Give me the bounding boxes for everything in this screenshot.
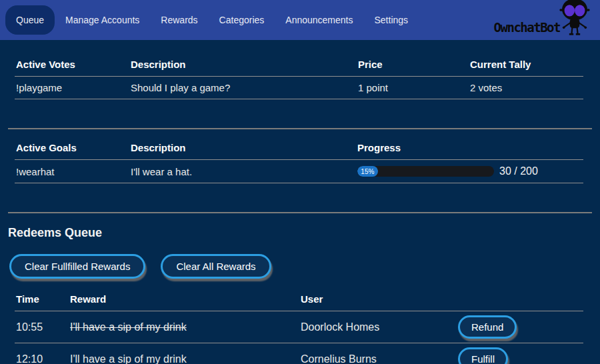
col-header-reward: Reward	[69, 287, 299, 311]
nav-tab-manage-accounts[interactable]: Manage Accounts	[55, 5, 150, 35]
goal-description: I'll wear a hat.	[129, 160, 356, 183]
redeem-time: 10:55	[15, 311, 69, 343]
nav-tab-categories[interactable]: Categories	[209, 5, 275, 35]
clear-all-rewards-button[interactable]: Clear All Rewards	[161, 254, 271, 279]
col-header-active-votes: Active Votes	[15, 53, 129, 77]
top-navbar: Queue Manage Accounts Rewards Categories…	[0, 0, 600, 40]
col-header-active-goals: Active Goals	[15, 136, 129, 160]
nav-tab-rewards[interactable]: Rewards	[150, 5, 208, 35]
active-votes-header-row: Active Votes Description Price Current T…	[15, 53, 583, 77]
redeem-time: 12:10	[15, 343, 69, 364]
active-goals-header-row: Active Goals Description Progress	[15, 136, 583, 160]
redeem-row: 10:55 I'll have a sip of my drink Doorlo…	[15, 311, 583, 343]
fulfill-button[interactable]: Fulfill	[458, 347, 508, 364]
col-header-current-tally: Current Tally	[469, 53, 583, 77]
redeems-header-row: Time Reward User	[15, 287, 583, 311]
redeem-reward: I'll have a sip of my drink	[69, 311, 299, 343]
progress-bar-track: 15%	[357, 166, 494, 177]
active-vote-row: !playgame Should I play a game? 1 point …	[15, 77, 583, 99]
redeem-row: 12:10 I'll have a sip of my drink Cornel…	[15, 343, 583, 364]
redeem-user: Doorlock Homes	[299, 311, 457, 343]
active-votes-table: Active Votes Description Price Current T…	[15, 53, 583, 99]
vote-description: Should I play a game?	[129, 77, 357, 99]
redeems-queue-table: Time Reward User 10:55 I'll have a sip o…	[15, 287, 583, 364]
col-header-price: Price	[357, 53, 469, 77]
goal-command: !wearhat	[15, 160, 129, 183]
active-goal-row: !wearhat I'll wear a hat. 15% 30 / 200	[15, 160, 583, 183]
section-divider	[8, 212, 592, 213]
robot-mascot-icon	[556, 0, 593, 36]
redeem-reward: I'll have a sip of my drink	[69, 343, 299, 364]
nav-tab-announcements[interactable]: Announcements	[275, 5, 363, 35]
app-logo: OwnchatBot	[494, 0, 593, 40]
nav-tab-settings[interactable]: Settings	[363, 5, 419, 35]
vote-price: 1 point	[357, 77, 469, 99]
section-divider	[8, 128, 592, 129]
vote-tally: 2 votes	[469, 77, 583, 99]
logo-wordmark: OwnchatBot	[494, 21, 560, 34]
col-header-time: Time	[15, 287, 69, 311]
col-header-user: User	[299, 287, 457, 311]
goal-progress: 15% 30 / 200	[357, 165, 582, 177]
redeems-queue-title: Redeems Queue	[8, 226, 600, 240]
redeem-user: Cornelius Burns	[299, 343, 457, 364]
redeems-actions: Clear Fullfilled Rewards Clear All Rewar…	[9, 254, 600, 279]
refund-button[interactable]: Refund	[458, 315, 517, 339]
progress-value-text: 30 / 200	[499, 165, 538, 177]
vote-command: !playgame	[15, 77, 129, 99]
clear-fulfilled-rewards-button[interactable]: Clear Fullfilled Rewards	[9, 254, 145, 279]
nav-tab-queue[interactable]: Queue	[5, 5, 55, 35]
col-header-description: Description	[129, 136, 356, 160]
col-header-progress: Progress	[356, 136, 583, 160]
progress-bar-fill: 15%	[357, 166, 378, 177]
col-header-description: Description	[129, 53, 357, 77]
active-goals-table: Active Goals Description Progress !wearh…	[15, 136, 583, 183]
